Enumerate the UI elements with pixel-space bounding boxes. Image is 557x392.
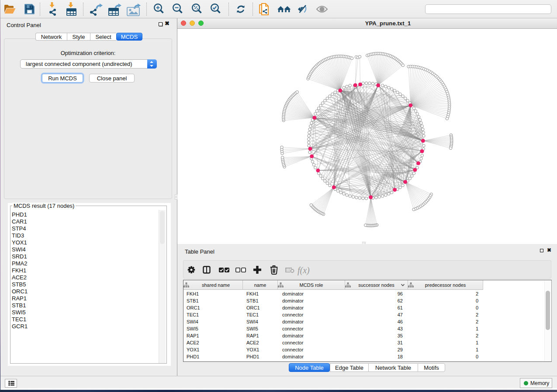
svg-text:f(x): f(x) (298, 265, 310, 275)
